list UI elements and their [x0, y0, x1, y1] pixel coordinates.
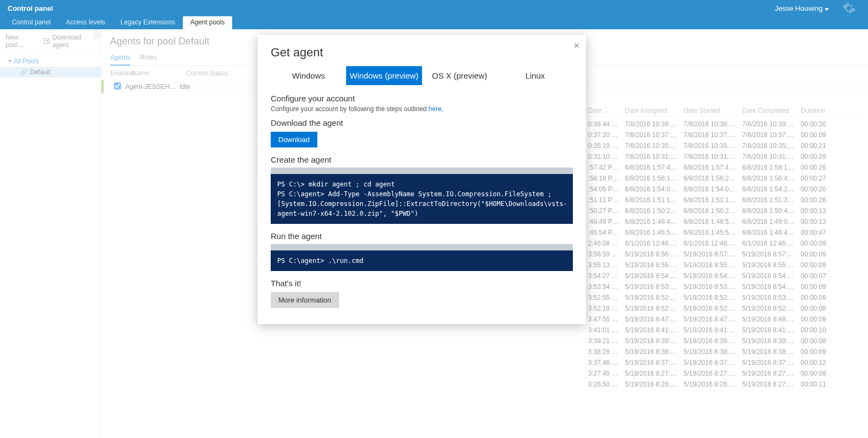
configure-title: Configure your account [271, 94, 573, 103]
create-agent-code[interactable]: PS C:\> mkdir agent ; cd agent PS C:\age… [271, 174, 573, 224]
download-title: Download the agent [271, 118, 573, 127]
create-title: Create the agent [271, 155, 573, 164]
main-tab-agent-pools[interactable]: Agent pools [183, 16, 232, 29]
os-tab-windows[interactable]: Windows [271, 66, 346, 85]
configure-subtitle: Configure your account by following the … [271, 105, 573, 113]
gear-icon[interactable] [838, 1, 860, 15]
top-banner: Control panel Jesse Houwing [0, 0, 868, 16]
os-tab-os-x-preview-[interactable]: OS X (preview) [422, 66, 497, 85]
more-information-button[interactable]: More information [271, 292, 339, 308]
modal-title: Get agent [271, 46, 573, 60]
user-name: Jesse Houwing [775, 4, 822, 12]
banner-title: Control panel [8, 4, 53, 12]
close-button[interactable]: × [573, 40, 579, 51]
run-agent-code[interactable]: PS C:\agent> .\run.cmd [271, 250, 573, 271]
main-tab-bar: Control panelAccess levelsLegacy Extensi… [0, 16, 868, 29]
run-title: Run the agent [271, 231, 573, 241]
code-toolbar [271, 168, 573, 174]
user-menu[interactable]: Jesse Houwing [775, 4, 829, 12]
download-button[interactable]: Download [271, 132, 317, 147]
main-tab-control-panel[interactable]: Control panel [4, 16, 58, 29]
configure-here-link[interactable]: here [429, 105, 442, 113]
caret-down-icon [825, 8, 829, 11]
main-tab-access-levels[interactable]: Access levels [58, 16, 113, 29]
code-toolbar [271, 244, 573, 250]
os-tab-windows-preview-[interactable]: Windows (preview) [346, 66, 422, 85]
get-agent-modal: × Get agent WindowsWindows (preview)OS X… [258, 35, 586, 324]
main-tab-legacy-extensions[interactable]: Legacy Extensions [113, 16, 183, 29]
os-tab-bar: WindowsWindows (preview)OS X (preview)Li… [271, 66, 573, 85]
os-tab-linux[interactable]: Linux [497, 66, 573, 85]
done-title: That's it! [271, 279, 573, 288]
